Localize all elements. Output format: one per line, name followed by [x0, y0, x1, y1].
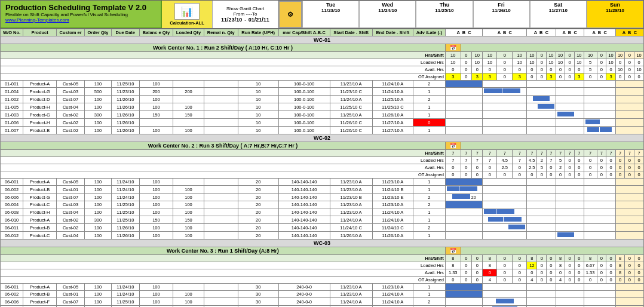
wc02-label: WC-02 — [1, 134, 644, 142]
table-row: 06-012Product-CCust-0410011/26/10 100100… — [1, 232, 644, 240]
wc01-title: Work Center No. 1 : Run 2 Shift/Day ( A:… — [1, 44, 446, 52]
app-url[interactable]: www.Planning-Templates.com — [5, 17, 156, 23]
wc02-ot-row: OT Assigned 000 000 000 000 000 000 — [1, 171, 644, 179]
table-row: 06-010Product-ACust-0230011/25/10 150150… — [1, 216, 644, 224]
table-row: 01-001 Product-A Cust-05 100 11/25/10 10… — [1, 81, 644, 88]
col-end-date: End Date - Shift — [372, 29, 413, 36]
table-row: 01-002 Product-D Cust-07 100 11/26/10 10… — [1, 96, 644, 103]
gantt-title: Show Gantt Chart — [226, 6, 265, 11]
wc01-avail-row: Avail. Hrs 000 000 000 000 500 10010 — [1, 66, 644, 73]
calc-section: 📊 Calculation-ALL — [162, 1, 213, 28]
app-subtitle: Flexible on Shift Capacity and Powerful … — [5, 12, 156, 17]
day-thu-header: Thu 11/25/10 — [416, 1, 473, 28]
wc03-avail-row: Avail. Hrs 1.3300 000 000 000 1.3300 800 — [1, 269, 644, 277]
table-row: 06-001Product-ACust-0510011/24/10 100302… — [1, 284, 644, 291]
wc03-title-row: Work Center No. 3 : Run 1 Shift/Day (A:8… — [1, 247, 644, 255]
table-row: 06-004Product-CCust-0310011/25/10 100100… — [1, 201, 644, 208]
table-row: 01-003 Product-G Cust-02 300 11/26/10 15… — [1, 111, 644, 119]
col-balance: Balanc e Qty — [139, 29, 173, 36]
sat-abc-header: A B C — [584, 29, 615, 36]
wc03-label: WC-03 — [1, 240, 644, 247]
col-header-row: W/O No. Product Custom er Order Qty Due … — [1, 29, 644, 36]
table-row: 06-006Product-GCust-0710011/24/10 100100… — [1, 194, 644, 201]
table-row: 06-006Product-FCust-0710011/25/10 100100… — [1, 298, 644, 306]
calc-label[interactable]: Calculation-ALL — [170, 20, 204, 26]
main-table: W/O No. Product Custom er Order Qty Due … — [0, 29, 644, 307]
col-customer: Custom er — [57, 29, 85, 36]
sun-abc-header: A B C — [615, 29, 643, 36]
gantt-date2[interactable]: 01/21/11 — [249, 17, 269, 23]
table-row: 01-007 Product-B Cust-02 100 11/26/10 10… — [1, 127, 644, 134]
thu-abc-header: A B C — [527, 29, 556, 36]
table-row: 06-008Product-HCust-0410011/25/10 100100… — [1, 208, 644, 216]
wc02-hrs-row: Hrs/Shift 777 777 777 777 777 777 — [1, 150, 644, 157]
calc-icon: 📊 — [174, 3, 200, 20]
col-due-date: Due Date — [111, 29, 139, 36]
table-row: 06-002Product-BCust-0110011/24/10 100100… — [1, 186, 644, 194]
wc02-title-row: Work Center No. 2 : Run 3 Shift/Day ( A:… — [1, 142, 644, 150]
wc03-ot-row: OT Assigned 000 400 400 400 000 000 — [1, 277, 644, 284]
day-wed-header: Wed 11/24/10 — [359, 1, 416, 28]
day-sat-header: Sat 11/27/10 — [530, 1, 587, 28]
day-fri-header: Fri 11/26/10 — [473, 1, 530, 28]
gantt-date1[interactable]: 11/23/10 — [221, 17, 242, 23]
day-tue-header: Tue 11/23/10 — [302, 1, 359, 28]
col-run-rate: Run Rate (UPH) — [238, 29, 278, 36]
gantt-section: Show Gantt Chart From ----To 11/23/10 - … — [213, 1, 278, 28]
all-button[interactable]: ⚙ — [278, 1, 302, 28]
col-remain: Remai n. Qty — [204, 29, 238, 36]
app-container: Production Scheduling Template V 2.0 Fle… — [0, 0, 644, 307]
app-title-box: Production Scheduling Template V 2.0 Fle… — [1, 1, 162, 28]
wc02-avail-row: Avail. Hrs 000 02.50 2.550 200 000 000 — [1, 164, 644, 171]
wc02-cal-icon: 📅 — [445, 142, 461, 150]
wc01-title-ext — [461, 44, 643, 52]
table-row: 01-006 Product-H Cust-02 100 11/26/10 10… — [1, 119, 644, 127]
day-sun-header: Sun 11/28/10 — [587, 1, 643, 28]
col-loaded: Loaded Qty — [173, 29, 204, 36]
wc03-hrs-row: Hrs/Shift 800 800 800 800 800 800 — [1, 255, 644, 262]
wc03-title: Work Center No. 3 : Run 1 Shift/Day (A:8… — [1, 247, 446, 255]
table-row: 06-011Product-BCust-0210011/26/10 100100… — [1, 224, 644, 232]
wc01-cal-icon: 📅 — [445, 44, 461, 52]
wed-abc-header: A B C — [483, 29, 527, 36]
wc01-title-row: Work Center No. 1 : Run 2 Shift/Day ( A:… — [1, 44, 644, 52]
col-product: Product — [23, 29, 57, 36]
table-row: 01-005 Product-H Cust-04 100 11/26/10 10… — [1, 103, 644, 111]
wc01-hrs-row: Hrs/Shift 10010 10010 10010 10010 10010 … — [1, 52, 644, 59]
tue-abc-header: A B C — [445, 29, 483, 36]
wc03-header-row: WC-03 — [1, 240, 644, 247]
wc03-loaded-row: Loaded Hrs 800 800 1200 800 6.6700 800 — [1, 262, 644, 269]
col-start-date: Start Date - Shift — [330, 29, 372, 36]
wc01-header-row: WC-01 — [1, 36, 644, 44]
gantt-from: From ----To — [234, 11, 257, 17]
fri-abc-header: A B C — [556, 29, 584, 36]
col-order-qty: Order Qty — [85, 29, 112, 36]
wc01-ot-row: OT Assigned 303 303 003 003 003 000 — [1, 73, 644, 81]
wc01-loaded-row: Loaded Hrs 10010 10010 10010 10010 5010 … — [1, 59, 644, 66]
table-row: 06-002Product-BCust-0110011/24/10 100100… — [1, 291, 644, 298]
table-row: 06-001Product-ACust-0510011/24/10 100201… — [1, 179, 644, 186]
table-row: 01-004 Product-G Cust-03 500 11/23/10 20… — [1, 88, 644, 96]
wc01-label: WC-01 — [1, 36, 644, 44]
col-wo: W/O No. — [1, 29, 23, 36]
day-headers: Tue 11/23/10 Wed 11/24/10 Thu 11/25/10 F… — [302, 1, 643, 28]
col-adv-late: Adv /Late (-) — [413, 29, 445, 36]
wc03-cal-icon: 📅 — [445, 247, 461, 255]
wc02-header-row: WC-02 — [1, 134, 644, 142]
app-title: Production Scheduling Template V 2.0 — [5, 3, 156, 12]
wc02-loaded-row: Loaded Hrs 777 74.57 4.527 500 000 000 — [1, 157, 644, 164]
col-cap-shift: mar Cap/Shift A-B-C — [278, 29, 330, 36]
wc02-title: Work Center No. 2 : Run 3 Shift/Day ( A:… — [1, 142, 446, 150]
